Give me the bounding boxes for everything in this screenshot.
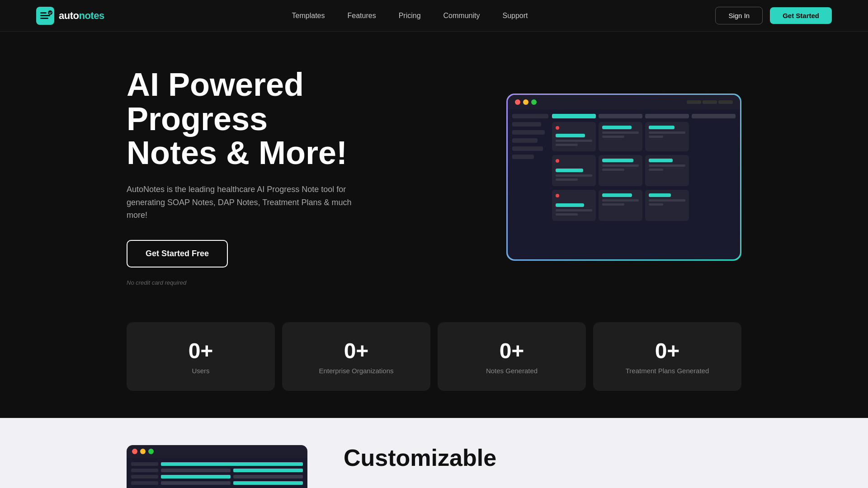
nav-item-templates[interactable]: Templates	[292, 12, 325, 20]
stat-label-users: Users	[139, 367, 262, 375]
grid-card	[552, 155, 596, 186]
logo-icon	[36, 7, 54, 25]
hero-title: AI Powered Progress Notes & More!	[127, 68, 371, 170]
svg-point-4	[48, 10, 52, 15]
window-dot-red	[132, 449, 137, 454]
sidebar-item	[512, 155, 534, 159]
bottom-text-area: Customizable	[344, 445, 741, 471]
nav-item-community[interactable]: Community	[443, 12, 480, 20]
nav-links: Templates Features Pricing Community Sup…	[292, 12, 528, 20]
no-credit-text: No credit card required	[127, 279, 371, 286]
grid-row	[552, 190, 736, 221]
app-content	[508, 109, 740, 229]
sidebar-item	[512, 146, 543, 151]
logo-text-auto: auto	[59, 10, 79, 21]
grid-card	[552, 122, 596, 151]
sidebar-item	[512, 138, 538, 143]
grid-header	[552, 114, 736, 118]
app-sidebar	[512, 114, 548, 225]
logo-text-notes: notes	[79, 10, 104, 21]
navbar: autonotes Templates Features Pricing Com…	[0, 0, 868, 32]
hero-cta-button[interactable]: Get Started Free	[127, 240, 228, 267]
get-started-nav-button[interactable]: Get Started	[770, 7, 832, 24]
svg-rect-1	[40, 12, 47, 14]
grid-card	[645, 122, 689, 151]
nav-actions: Sign In Get Started	[715, 7, 832, 24]
svg-rect-3	[40, 18, 48, 19]
stat-label-enterprise: Enterprise Organizations	[295, 367, 418, 375]
grid-card	[599, 190, 642, 221]
nav-item-pricing[interactable]: Pricing	[399, 12, 421, 20]
stat-card-users: 0+ Users	[127, 322, 275, 391]
hero-section: AI Powered Progress Notes & More! AutoNo…	[0, 32, 868, 313]
sign-in-button[interactable]: Sign In	[715, 7, 763, 24]
nav-item-features[interactable]: Features	[348, 12, 376, 20]
stat-number-treatment: 0+	[606, 338, 729, 363]
logo[interactable]: autonotes	[36, 7, 104, 25]
grid-card	[552, 190, 596, 221]
stat-card-enterprise: 0+ Enterprise Organizations	[282, 322, 430, 391]
nav-item-support[interactable]: Support	[502, 12, 528, 20]
stat-number-users: 0+	[139, 338, 262, 363]
window-dot-yellow	[140, 449, 146, 454]
grid-card	[599, 155, 642, 186]
svg-rect-2	[40, 15, 50, 16]
hero-description: AutoNotes is the leading healthcare AI P…	[127, 183, 371, 222]
stat-card-notes: 0+ Notes Generated	[438, 322, 586, 391]
stat-label-treatment: Treatment Plans Generated	[606, 367, 729, 375]
sidebar-item	[512, 122, 541, 127]
window-dot-yellow	[523, 99, 528, 105]
bottom-title: Customizable	[344, 445, 741, 471]
grid-card	[599, 122, 642, 151]
stat-number-enterprise: 0+	[295, 338, 418, 363]
hero-app-preview	[506, 94, 741, 261]
stats-section: 0+ Users 0+ Enterprise Organizations 0+ …	[0, 313, 868, 418]
window-dot-green	[531, 99, 537, 105]
app-titlebar	[508, 95, 740, 109]
grid-card	[645, 155, 689, 186]
grid-card	[645, 190, 689, 221]
stat-label-notes: Notes Generated	[450, 367, 573, 375]
app-main-grid	[552, 114, 736, 225]
bottom-app-preview	[127, 445, 307, 488]
sidebar-item	[512, 114, 548, 118]
grid-row	[552, 122, 736, 151]
stat-card-treatment: 0+ Treatment Plans Generated	[593, 322, 741, 391]
sidebar-item	[512, 130, 545, 135]
bottom-section: Customizable	[0, 418, 868, 488]
stat-number-notes: 0+	[450, 338, 573, 363]
grid-row	[552, 155, 736, 186]
window-dot-red	[515, 99, 520, 105]
window-dot-green	[148, 449, 154, 454]
hero-content: AI Powered Progress Notes & More! AutoNo…	[127, 68, 371, 286]
